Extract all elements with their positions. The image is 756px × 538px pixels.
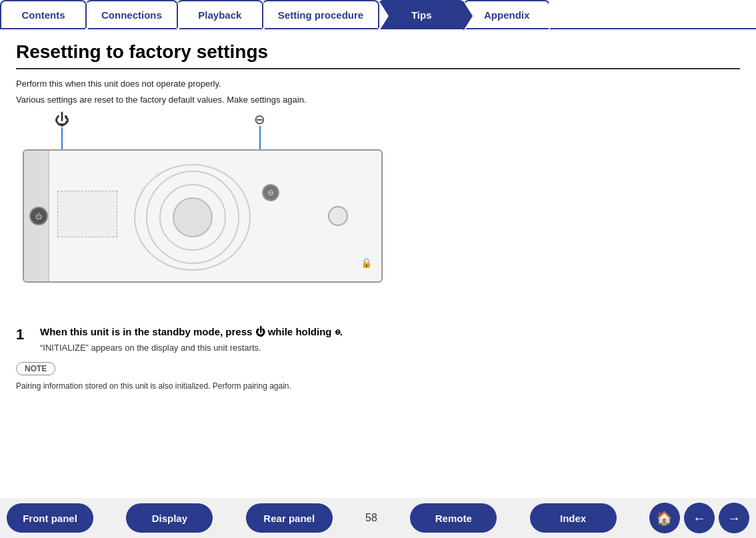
input-button-illustration: ⊖ (262, 184, 279, 201)
lock-icon: 🔒 (361, 257, 372, 268)
step-1-number: 1 (16, 326, 40, 353)
page-divider (16, 68, 740, 69)
tab-connections[interactable]: Connections (85, 0, 178, 28)
step-1: 1 When this unit is in the standby mode,… (16, 325, 740, 353)
intro-line2: Various settings are reset to the factor… (16, 93, 740, 107)
forward-button[interactable]: → (719, 503, 749, 533)
page-number: 58 (365, 512, 377, 524)
panel-left-strip: ⏻ (24, 151, 49, 281)
input-callout-icon: ⊖ (254, 113, 265, 126)
display-button[interactable]: Display (126, 503, 213, 533)
note-section: NOTE Pairing information stored on this … (16, 359, 740, 391)
home-button[interactable]: 🏠 (649, 503, 680, 533)
note-label: NOTE (16, 362, 55, 375)
intro-line1: Perform this when this unit does not ope… (16, 77, 740, 91)
step-1-content: When this unit is in the standby mode, p… (40, 325, 740, 353)
device-foot-right (295, 281, 348, 283)
back-button[interactable]: ← (684, 503, 715, 533)
speaker-cone-inner (159, 184, 226, 251)
device-foot-left (57, 281, 111, 283)
tab-connections-label: Connections (101, 9, 162, 21)
tab-playback[interactable]: Playback (177, 0, 263, 28)
rear-panel-button[interactable]: Rear panel (246, 503, 333, 533)
step-1-detail-text: “INITIALIZE” appears on the display and … (40, 343, 740, 353)
tab-tips-label: Tips (411, 9, 432, 21)
tab-contents[interactable]: Contents (0, 0, 87, 28)
input-icon: ⊖ (267, 188, 274, 197)
right-knob-illustration (328, 206, 348, 226)
main-content: Resetting to factory settings Perform th… (0, 29, 756, 398)
speaker-cone-mid (146, 171, 239, 264)
remote-button[interactable]: Remote (410, 503, 497, 533)
tab-contents-label: Contents (22, 9, 65, 21)
display-area-illustration (57, 191, 117, 237)
speaker-cone-outer (134, 164, 251, 271)
forward-icon: → (727, 511, 741, 526)
device-illustration: ⏻ ⊖ 🔒 (23, 149, 383, 283)
tab-setting-procedure[interactable]: Setting procedure (262, 0, 379, 28)
tab-navigation: Contents Connections Playback Setting pr… (0, 0, 756, 29)
power-callout-icon: ⏻ (55, 113, 69, 127)
front-panel-button[interactable]: Front panel (7, 503, 93, 533)
power-button-illustration: ⏻ (29, 207, 48, 225)
page-title: Resetting to factory settings (16, 41, 740, 63)
tab-setting-procedure-label: Setting procedure (278, 9, 363, 21)
step-1-main-text: When this unit is in the standby mode, p… (40, 325, 740, 340)
tab-appendix-label: Appendix (484, 9, 529, 21)
bottom-navigation: Front panel Display Rear panel 58 Remote… (0, 498, 756, 538)
back-icon: ← (693, 511, 706, 526)
device-diagram: ⏻ ⊖ ⏻ (16, 113, 389, 313)
speaker-cone-center (173, 197, 213, 237)
note-text: Pairing information stored on this unit … (16, 381, 291, 391)
nav-icon-group: 🏠 ← → (649, 503, 749, 533)
tab-appendix[interactable]: Appendix (463, 0, 550, 28)
index-button[interactable]: Index (530, 503, 617, 533)
tab-tips[interactable]: Tips (378, 0, 465, 28)
home-icon: 🏠 (656, 510, 673, 526)
tab-playback-label: Playback (198, 9, 241, 21)
power-icon: ⏻ (35, 213, 42, 220)
